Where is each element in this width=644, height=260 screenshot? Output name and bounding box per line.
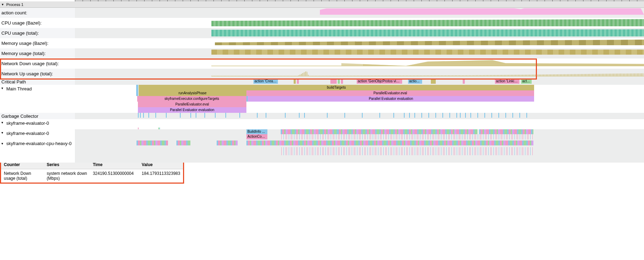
cp-block[interactable] xyxy=(338,79,340,84)
track-label: Memory usage (Bazel): xyxy=(0,38,75,48)
flame-bar[interactable]: ActionConti... xyxy=(246,134,267,139)
cp-block[interactable] xyxy=(294,79,296,84)
track-label: Network Down usage (total): xyxy=(0,59,75,69)
flame-bar[interactable]: Parallel Evaluator evaluation xyxy=(248,96,534,102)
cp-block[interactable] xyxy=(297,79,299,84)
flame-stripes[interactable] xyxy=(479,129,533,134)
cp-block[interactable]: action 'Creatin... xyxy=(253,79,278,84)
track-label: action count: xyxy=(0,8,75,18)
process-header[interactable]: ▾ Process 1 xyxy=(0,1,644,8)
cp-block[interactable]: actio... xyxy=(408,79,422,84)
track-cpu-total[interactable]: CPU usage (total): xyxy=(0,28,644,38)
graph-net-up[interactable] xyxy=(211,69,644,76)
track-label-text: skyframe-evaluator-cpu-heavy-0 xyxy=(6,141,71,146)
track-net-up[interactable]: Network Up usage (total): xyxy=(0,69,644,79)
track-label-text: skyframe-evaluator-0 xyxy=(6,131,49,136)
cell-series: system network down (Mbps) xyxy=(44,169,90,183)
flame-stripes[interactable] xyxy=(217,141,238,145)
track-label-text: skyframe-evaluator-0 xyxy=(6,121,49,126)
track-net-down[interactable]: Network Down usage (total): xyxy=(0,59,644,69)
main-thread-flame[interactable]: buildTargets runAnalysisPhase ParallelEv… xyxy=(75,85,644,113)
flame-bar[interactable]: runAnalysisPhase xyxy=(139,90,246,96)
cp-block[interactable] xyxy=(463,79,465,84)
graph-cpu-total[interactable] xyxy=(211,28,644,36)
track-label: Garbage Collector xyxy=(0,113,75,119)
cp-block[interactable]: act... xyxy=(521,79,532,84)
graph-cpu-bazel[interactable] xyxy=(211,18,644,26)
track-critical-path[interactable]: Critical Path action 'Creatin... action … xyxy=(0,79,644,85)
counter-sample-table: Counter Series Time Value Network Down u… xyxy=(1,160,183,183)
process-label: Process 1 xyxy=(5,2,25,7)
track-label: Memory usage (total): xyxy=(0,48,75,59)
flame-bar[interactable]: BuildInfo ... xyxy=(246,129,267,134)
flame-bar[interactable]: ParallelEvaluator.eval xyxy=(246,90,534,96)
process-collapse-caret[interactable]: ▾ xyxy=(0,2,5,6)
graph-mem-bazel[interactable] xyxy=(215,38,644,45)
track-garbage-collector[interactable]: Garbage Collector xyxy=(0,113,644,119)
detail-table-highlight: Counter Series Time Value Network Down u… xyxy=(0,159,184,184)
chevron-down-icon[interactable]: ▾ xyxy=(1,142,6,145)
cp-block[interactable] xyxy=(341,79,343,84)
table-row[interactable]: Network Down usage (total) system networ… xyxy=(1,169,183,183)
graph-action-count[interactable] xyxy=(320,8,644,15)
track-skyframe-eval-0b[interactable]: ▾ skyframe-evaluator-0 BuildInfo ... Act… xyxy=(0,129,644,139)
cp-block[interactable] xyxy=(330,79,337,84)
track-label: ▾ skyframe-evaluator-cpu-heavy-0 xyxy=(0,139,75,147)
graph-net-down[interactable] xyxy=(211,59,644,66)
track-label: Network Up usage (total): xyxy=(0,69,75,79)
flame-bar[interactable] xyxy=(136,85,138,96)
flame-bar[interactable]: buildTargets xyxy=(139,85,534,90)
flame-bar[interactable]: skyframeExecutor.configureTargets xyxy=(137,96,246,102)
track-label: ▾ Main Thread xyxy=(0,85,75,113)
cell-counter: Network Down usage (total) xyxy=(1,169,44,183)
cell-value: 184.1793113323983 xyxy=(139,169,183,183)
track-skyframe-eval-0a[interactable]: ▾ skyframe-evaluator-0 xyxy=(0,119,644,129)
cp-block[interactable]: action 'GenObjcProtos video/... xyxy=(357,79,402,84)
track-mem-bazel[interactable]: Memory usage (Bazel): xyxy=(0,38,644,48)
cell-time: 324190.51300000004 xyxy=(90,169,139,183)
flame-stripes[interactable] xyxy=(337,129,477,134)
flame-stripes[interactable] xyxy=(246,141,533,145)
chevron-down-icon[interactable]: ▾ xyxy=(1,131,6,135)
track-label-text: Main Thread xyxy=(6,86,32,91)
flame-bar[interactable]: Parallel Evaluator evaluation xyxy=(138,107,246,113)
tracks-area: action count: CPU usage (Bazel): CPU usa… xyxy=(0,8,644,150)
cp-block[interactable]: action 'Linking go... xyxy=(495,79,519,84)
track-cpu-bazel[interactable]: CPU usage (Bazel): xyxy=(0,18,644,28)
flame-stripes[interactable] xyxy=(136,141,168,145)
track-action-count[interactable]: action count: xyxy=(0,8,644,18)
track-label: Critical Path xyxy=(0,79,75,85)
graph-mem-total[interactable] xyxy=(211,48,644,55)
gc-ticks[interactable] xyxy=(75,113,644,119)
critical-path-blocks[interactable]: action 'Creatin... action 'GenObjcProtos… xyxy=(75,79,644,85)
track-label: CPU usage (Bazel): xyxy=(0,18,75,28)
flame-stripes[interactable] xyxy=(176,141,190,145)
track-label: CPU usage (total): xyxy=(0,28,75,38)
cp-block[interactable] xyxy=(431,79,436,84)
chevron-down-icon[interactable]: ▾ xyxy=(1,86,6,90)
flame-stripes[interactable] xyxy=(281,129,344,134)
track-mem-total[interactable]: Memory usage (total): xyxy=(0,48,644,59)
track-main-thread[interactable]: ▾ Main Thread buildTargets runAnalysisPh… xyxy=(0,85,644,113)
flame-bar[interactable]: ParallelEvaluator.eval xyxy=(138,102,246,107)
chevron-down-icon[interactable]: ▾ xyxy=(1,121,6,124)
